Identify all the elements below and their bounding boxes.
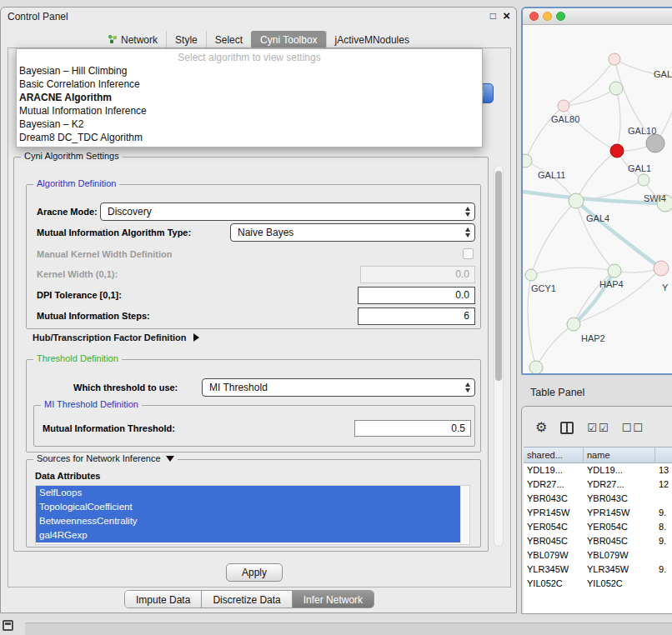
network-node[interactable] <box>569 193 584 208</box>
table-row[interactable]: YIL052CYIL052C <box>524 577 672 591</box>
close-icon[interactable]: × <box>503 8 510 22</box>
columns-icon[interactable] <box>560 422 574 434</box>
network-node[interactable] <box>523 154 532 168</box>
table-cell[interactable]: 9. <box>655 534 672 548</box>
group-legend[interactable]: Sources for Network Inference <box>33 453 178 463</box>
tab-style[interactable]: Style <box>166 31 206 49</box>
table-cell[interactable]: YER054C <box>524 520 584 534</box>
list-item[interactable]: SelfLoops <box>36 486 460 500</box>
dropdown-item[interactable]: Dream8 DC_TDC Algorithm <box>17 131 482 144</box>
network-graph[interactable]: GAL80GAL10GAL11GAL1SWI4GAL4GCY1HAP4YHAP2… <box>523 25 672 373</box>
dropdown-item[interactable]: Mutual Information Inference <box>17 104 482 118</box>
table-cell[interactable]: YIL052C <box>524 577 584 591</box>
kernel-width-field[interactable]: 0.0 <box>360 266 475 283</box>
dropdown-item[interactable]: Bayesian – Hill Climbing <box>17 64 482 78</box>
network-canvas[interactable]: GAL80GAL10GAL11GAL1SWI4GAL4GCY1HAP4YHAP2… <box>523 25 672 373</box>
collapse-arrow-icon[interactable] <box>166 456 174 462</box>
table-row[interactable]: YBR043CYBR043C <box>524 492 672 506</box>
table-cell[interactable]: YIL052C <box>584 577 655 591</box>
table-cell[interactable]: YBR045C <box>584 534 655 548</box>
network-edge[interactable] <box>564 106 617 151</box>
network-node[interactable] <box>529 361 543 373</box>
table-row[interactable]: YER054CYER054C8. <box>524 520 672 534</box>
table-cell[interactable]: YDR27... <box>584 478 655 492</box>
apply-button[interactable]: Apply <box>226 563 283 582</box>
network-edge[interactable] <box>616 88 620 151</box>
table-cell[interactable]: 8. <box>655 520 672 534</box>
which-threshold-select[interactable]: MI Threshold <box>202 378 475 397</box>
select-all-icon[interactable]: ☑ ☑ <box>587 422 608 434</box>
table-cell[interactable]: 13 <box>655 463 672 478</box>
network-edge[interactable] <box>531 268 614 275</box>
table-row[interactable]: YBL079WYBL079W <box>524 548 672 562</box>
network-edge[interactable] <box>576 151 617 201</box>
network-node[interactable] <box>525 269 537 281</box>
float-window-icon[interactable]: □ <box>490 10 496 22</box>
table-cell[interactable] <box>655 548 672 562</box>
zoom-traffic-light-icon[interactable] <box>556 12 565 21</box>
network-edge[interactable] <box>536 324 574 368</box>
table-column-header[interactable]: shared... <box>524 448 584 462</box>
table-row[interactable]: YDL19...YDL19...13 <box>524 463 672 478</box>
network-node[interactable] <box>610 144 624 158</box>
gear-icon[interactable]: ⚙ <box>535 421 547 434</box>
deselect-all-icon[interactable]: ☐ ☐ <box>622 422 643 434</box>
manual-kernel-width-checkbox[interactable] <box>463 248 474 259</box>
network-node[interactable] <box>609 53 620 65</box>
table-column-header[interactable] <box>655 448 672 462</box>
network-edge[interactable] <box>564 59 614 106</box>
tab-jactivemodules[interactable]: jActiveMNodules <box>326 31 418 49</box>
network-edge[interactable] <box>564 88 616 106</box>
table-cell[interactable]: YER054C <box>584 520 655 534</box>
table-row[interactable]: YPR145WYPR145W9. <box>524 506 672 520</box>
table-row[interactable]: YDR27...YDR27...12 <box>524 478 672 492</box>
table-cell[interactable]: YDL19... <box>584 463 655 478</box>
network-edge[interactable] <box>531 201 576 275</box>
table-cell[interactable]: 9. <box>655 506 672 520</box>
table-cell[interactable] <box>655 492 672 506</box>
table-cell[interactable]: YPR145W <box>584 506 655 520</box>
network-node[interactable] <box>567 318 580 331</box>
list-item[interactable]: gal4RGexp <box>36 528 460 542</box>
minimize-traffic-light-icon[interactable] <box>543 12 552 21</box>
table-cell[interactable]: 9. <box>655 562 672 577</box>
table-cell[interactable]: YBL079W <box>524 548 584 562</box>
hub-transcription-factor-section[interactable]: Hub/Transcription Factor Definition <box>33 332 199 342</box>
list-item[interactable]: TopologicalCoefficient <box>36 500 460 514</box>
network-node[interactable] <box>654 261 669 276</box>
table-cell[interactable] <box>655 577 672 591</box>
network-node[interactable] <box>646 134 664 152</box>
mi-algorithm-type-select[interactable]: Naive Bayes <box>230 223 475 242</box>
scrollbar-thumb[interactable] <box>495 171 502 381</box>
dropdown-item-selected[interactable]: ARACNE Algorithm <box>17 91 482 104</box>
table-cell[interactable]: YBL079W <box>584 548 655 562</box>
tab-select[interactable]: Select <box>206 31 251 49</box>
aracne-mode-select[interactable]: Discovery <box>100 202 475 221</box>
tab-discretize-data[interactable]: Discretize Data <box>201 591 291 608</box>
table-cell[interactable]: YLR345W <box>584 562 655 577</box>
list-scrollbar[interactable] <box>460 486 469 544</box>
table-cell[interactable]: YPR145W <box>524 506 584 520</box>
table-row[interactable]: YBR045CYBR045C9. <box>524 534 672 548</box>
tab-infer-network[interactable]: Infer Network <box>292 591 374 608</box>
table-cell[interactable]: YBR043C <box>584 492 655 506</box>
tab-cyni-toolbox[interactable]: Cyni Toolbox <box>251 31 325 49</box>
close-traffic-light-icon[interactable] <box>529 12 539 21</box>
table-column-header[interactable]: name <box>584 448 655 462</box>
table-row[interactable]: YLR345WYLR345W9. <box>524 562 672 577</box>
table-cell[interactable]: YDL19... <box>524 463 584 478</box>
network-node[interactable] <box>558 100 569 112</box>
table-cell[interactable]: YBR043C <box>524 492 584 506</box>
network-node[interactable] <box>609 82 623 95</box>
tab-impute-data[interactable]: Impute Data <box>125 591 201 608</box>
table-cell[interactable]: YDR27... <box>524 478 584 492</box>
network-node[interactable] <box>638 174 649 186</box>
network-edge[interactable] <box>576 201 614 271</box>
dropdown-item[interactable]: Bayesian – K2 <box>17 118 482 131</box>
mi-steps-field[interactable]: 6 <box>358 308 475 325</box>
table-cell[interactable]: YBR045C <box>524 534 584 548</box>
expand-arrow-icon[interactable] <box>193 333 199 342</box>
network-node[interactable] <box>608 264 621 278</box>
dpi-tolerance-field[interactable]: 0.0 <box>358 287 475 304</box>
dropdown-item[interactable]: Basic Correlation Inference <box>17 78 482 91</box>
